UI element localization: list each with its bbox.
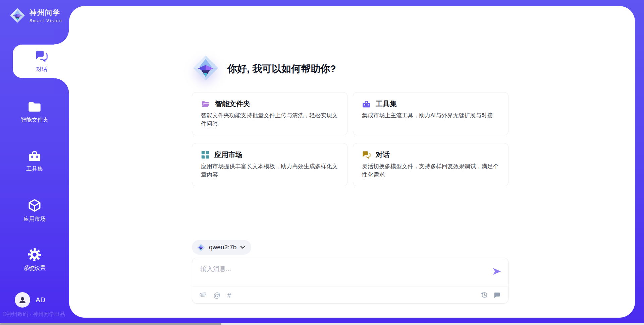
main-panel: 你好, 我可以如何帮助你? 智能文件夹 智能文件夹功能支持批量文件上传与清洗，轻… bbox=[69, 6, 635, 318]
folder-open-icon bbox=[201, 100, 210, 108]
horizontal-scrollbar[interactable] bbox=[0, 323, 644, 325]
history-icon[interactable] bbox=[481, 291, 488, 299]
grid-icon bbox=[201, 150, 210, 159]
cube-icon bbox=[28, 198, 42, 212]
active-tab-curve-bottom bbox=[54, 78, 69, 93]
active-tab-curve-top bbox=[54, 29, 69, 45]
sidebar-item-chat[interactable]: 对话 bbox=[13, 45, 70, 78]
card-description: 应用市场提供丰富长文本模板，助力高效生成多样化文章内容 bbox=[201, 162, 338, 179]
card-title: 应用市场 bbox=[214, 150, 243, 159]
card-description: 智能文件夹功能支持批量文件上传与清洗，轻松实现文件问答 bbox=[201, 112, 338, 128]
sidebar-item-toolbox[interactable]: 工具集 bbox=[0, 149, 69, 173]
brand-logo: 神州问学 Smart Vision bbox=[9, 7, 62, 23]
card-toolbox[interactable]: 工具集 集成市场上主流工具，助力AI与外界无缝扩展与对接 bbox=[353, 92, 508, 135]
card-title: 对话 bbox=[376, 150, 390, 159]
card-chat[interactable]: 对话 灵活切换多模型文件，支持多样回复效果调试，满足个性化需求 bbox=[353, 143, 508, 186]
at-icon[interactable]: @ bbox=[213, 291, 220, 299]
brand-subtitle: Smart Vision bbox=[30, 18, 62, 23]
avatar bbox=[15, 292, 30, 308]
sidebar: 神州问学 Smart Vision 对话 智能文件夹 bbox=[0, 0, 69, 325]
model-selector[interactable]: qwen2:7b bbox=[192, 240, 251, 255]
sidebar-item-label: 应用市场 bbox=[23, 215, 46, 223]
sidebar-footer-text: ©神州数码 · 神州问学出品 bbox=[3, 311, 69, 318]
user-profile[interactable]: AD bbox=[15, 292, 45, 308]
card-smart-folder[interactable]: 智能文件夹 智能文件夹功能支持批量文件上传与清洗，轻松实现文件问答 bbox=[192, 92, 347, 135]
sidebar-item-smart-folder[interactable]: 智能文件夹 bbox=[0, 101, 69, 124]
sidebar-item-app-market[interactable]: 应用市场 bbox=[0, 198, 69, 223]
card-description: 集成市场上主流工具，助力AI与外界无缝扩展与对接 bbox=[362, 112, 499, 120]
user-initials: AD bbox=[36, 296, 45, 304]
chat-icon bbox=[362, 150, 371, 159]
person-icon bbox=[18, 295, 27, 305]
composer: @ # bbox=[192, 258, 508, 304]
sidebar-item-label: 智能文件夹 bbox=[21, 116, 49, 124]
toolbox-icon bbox=[362, 100, 371, 108]
chat-icon bbox=[35, 50, 48, 63]
hash-icon[interactable]: # bbox=[227, 291, 231, 299]
paperclip-icon[interactable] bbox=[200, 291, 207, 299]
brand-text: 神州问学 Smart Vision bbox=[30, 8, 62, 23]
brand-name: 神州问学 bbox=[30, 8, 62, 17]
card-title: 工具集 bbox=[376, 99, 397, 109]
card-title: 智能文件夹 bbox=[215, 99, 250, 109]
message-input[interactable] bbox=[192, 258, 508, 279]
folder-icon bbox=[28, 101, 42, 113]
chevron-down-icon bbox=[240, 246, 245, 249]
feature-cards: 智能文件夹 智能文件夹功能支持批量文件上传与清洗，轻松实现文件问答 工具集 集成… bbox=[192, 92, 508, 186]
gear-icon bbox=[28, 248, 42, 262]
diamond-logo-icon bbox=[196, 243, 205, 252]
brand-diamond-icon bbox=[9, 7, 25, 23]
hero-diamond-icon bbox=[192, 54, 219, 82]
sidebar-item-label: 工具集 bbox=[26, 165, 43, 173]
sidebar-item-settings[interactable]: 系统设置 bbox=[0, 248, 69, 272]
composer-toolbar: @ # bbox=[192, 286, 508, 303]
sidebar-item-label: 系统设置 bbox=[23, 265, 46, 272]
model-name: qwen2:7b bbox=[209, 244, 236, 251]
sidebar-item-label: 对话 bbox=[36, 66, 47, 73]
toolbox-icon bbox=[28, 149, 42, 162]
card-app-market[interactable]: 应用市场 应用市场提供丰富长文本模板，助力高效生成多样化文章内容 bbox=[192, 143, 347, 186]
send-icon bbox=[492, 266, 502, 276]
greeting-title: 你好, 我可以如何帮助你? bbox=[227, 62, 336, 76]
composer-toolbar-right bbox=[481, 291, 501, 299]
chat-bubble-icon[interactable] bbox=[493, 291, 501, 299]
send-button[interactable] bbox=[491, 266, 502, 277]
card-description: 灵活切换多模型文件，支持多样回复效果调试，满足个性化需求 bbox=[362, 162, 499, 179]
scrollbar-thumb[interactable] bbox=[0, 323, 221, 325]
